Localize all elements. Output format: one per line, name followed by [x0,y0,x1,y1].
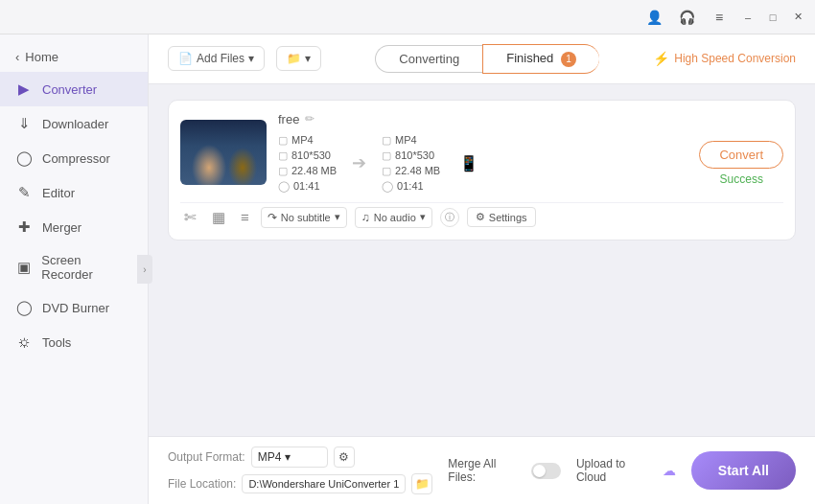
sidebar-home[interactable]: ‹ Home [0,42,148,72]
source-format-text: MP4 [291,134,314,146]
dest-resolution: ▢ 810*530 [382,149,440,162]
source-size: ▢ 22.48 MB [278,165,337,177]
menu-icon[interactable]: ≡ [706,4,733,31]
dvd-burner-icon: ◯ [15,299,33,316]
settings-label: Settings [489,212,527,223]
merge-section: Merge All Files: Upload to Cloud ☁ [448,457,676,484]
subtitle-select[interactable]: ↷ No subtitle ▾ [261,207,347,228]
audio-chevron: ▾ [420,211,426,223]
dest-size-text: 22.48 MB [395,165,440,176]
source-format-block: ▢ MP4 ▢ 810*530 ▢ 22.48 MB [278,134,337,193]
sidebar-item-label: DVD Burner [42,301,109,315]
source-resolution: ▢ 810*530 [278,149,337,162]
sidebar-collapse-button[interactable]: › [137,255,152,284]
output-format-chevron: ▾ [285,450,291,464]
source-res-icon: ▢ [278,149,288,162]
info-button[interactable]: ⓘ [440,208,459,227]
merge-toggle[interactable] [531,463,561,479]
convert-section: Convert Success [699,141,783,186]
converter-icon: ▶ [15,80,33,98]
tab-converting[interactable]: Converting [375,45,482,73]
add-files-button[interactable]: 📄 Add Files ▾ [168,46,265,71]
source-resolution-text: 810*530 [291,149,331,161]
sidebar-item-downloader[interactable]: ⇓ Downloader [0,106,148,141]
tab-finished-wrap: Finished 1 [482,44,599,74]
subtitle-label: No subtitle [281,212,331,223]
titlebar: 👤 🎧 ≡ – □ ✕ [0,0,815,34]
device-icon: 📱 [459,154,478,172]
back-icon: ‹ [15,50,19,64]
sidebar-item-dvd-burner[interactable]: ◯ DVD Burner [0,290,148,325]
close-button[interactable]: ✕ [788,8,807,27]
minimize-button[interactable]: – [738,8,757,27]
output-format-label: Output Format: [168,450,245,464]
file-card-top: free ✏ ▢ MP4 ▢ [180,112,783,193]
sidebar-item-editor[interactable]: ✎ Editor [0,175,148,210]
effects-icon[interactable]: ≡ [237,207,253,227]
sidebar: ‹ Home ▶ Converter ⇓ Downloader ◯ Compre… [0,34,149,504]
chevron-down-icon2: ▾ [305,52,311,65]
format-row: ▢ MP4 ▢ 810*530 ▢ 22.48 MB [278,134,783,193]
dest-size-icon: ▢ [382,165,391,177]
source-dur-icon: ◯ [278,180,290,193]
headset-icon[interactable]: 🎧 [673,4,700,31]
finished-badge: 1 [561,52,576,67]
file-thumbnail [180,120,267,185]
status-badge: Success [720,172,763,186]
start-all-label: Start All [718,463,769,478]
footer: Output Format: MP4 ▾ ⚙ File Location: D:… [149,436,815,504]
source-size-text: 22.48 MB [291,165,337,176]
sidebar-item-label: Converter [42,82,97,97]
maximize-button[interactable]: □ [763,8,782,27]
toolbar: 📄 Add Files ▾ 📁 ▾ Converting Finished 1 [149,34,815,84]
upload-label: Upload to Cloud [576,457,657,484]
output-format-field: Output Format: MP4 ▾ ⚙ [168,447,432,468]
output-format-settings-icon[interactable]: ⚙ [334,447,355,468]
user-icon[interactable]: 👤 [640,4,667,31]
settings-gear-icon: ⚙ [476,211,485,223]
cloud-icon[interactable]: ☁ [663,463,676,478]
sidebar-item-screen-recorder[interactable]: ▣ Screen Recorder [0,244,148,290]
sidebar-item-converter[interactable]: ▶ Converter [0,72,148,106]
source-format-icon: ▢ [278,134,288,147]
main-content: 📄 Add Files ▾ 📁 ▾ Converting Finished 1 [149,34,815,504]
file-location-folder-icon[interactable]: 📁 [411,473,432,494]
high-speed-conversion-button[interactable]: ⚡ High Speed Conversion [653,51,796,66]
compressor-icon: ◯ [15,149,33,167]
settings-button[interactable]: ⚙ Settings [467,207,536,227]
lightning-icon: ⚡ [653,51,669,66]
file-name-row: free ✏ [278,112,783,126]
add-folder-icon: 📁 [287,52,301,65]
dest-format-text: MP4 [395,134,417,146]
sidebar-item-tools[interactable]: ⛭ Tools [0,325,148,359]
subtitle-chevron: ▾ [335,211,340,223]
dest-format-block: ▢ MP4 ▢ 810*530 ▢ 22.48 MB [382,134,440,193]
sidebar-item-label: Editor [42,186,75,200]
start-all-button[interactable]: Start All [691,451,796,490]
upload-section: Upload to Cloud ☁ [576,457,676,484]
crop-icon[interactable]: ▦ [208,207,229,228]
downloader-icon: ⇓ [15,115,33,132]
convert-btn-label: Convert [719,148,763,162]
sidebar-item-label: Downloader [42,117,108,131]
output-format-select[interactable]: MP4 ▾ [251,447,328,468]
sidebar-item-compressor[interactable]: ◯ Compressor [0,141,148,175]
dest-size: ▢ 22.48 MB [382,165,440,177]
app-body: ‹ Home ▶ Converter ⇓ Downloader ◯ Compre… [0,34,815,504]
add-folder-button[interactable]: 📁 ▾ [276,46,321,71]
audio-select[interactable]: ♫ No audio ▾ [355,207,432,228]
tab-bar: Converting Finished 1 [333,44,641,74]
editor-icon: ✎ [15,184,33,201]
file-location-path[interactable]: D:\Wondershare UniConverter 1 [242,474,406,493]
file-card: free ✏ ▢ MP4 ▢ [168,100,796,241]
dest-res-icon: ▢ [382,149,391,162]
convert-button[interactable]: Convert [699,141,783,169]
edit-icon[interactable]: ✏ [305,112,314,126]
converting-tab-label: Converting [399,52,459,66]
chevron-down-icon: ▾ [248,52,254,65]
sidebar-item-merger[interactable]: ✚ Merger [0,210,148,244]
tools-icon: ⛭ [15,333,33,351]
file-info: free ✏ ▢ MP4 ▢ [278,112,783,193]
tab-finished[interactable]: Finished 1 [482,44,599,74]
cut-icon[interactable]: ✄ [180,207,200,228]
